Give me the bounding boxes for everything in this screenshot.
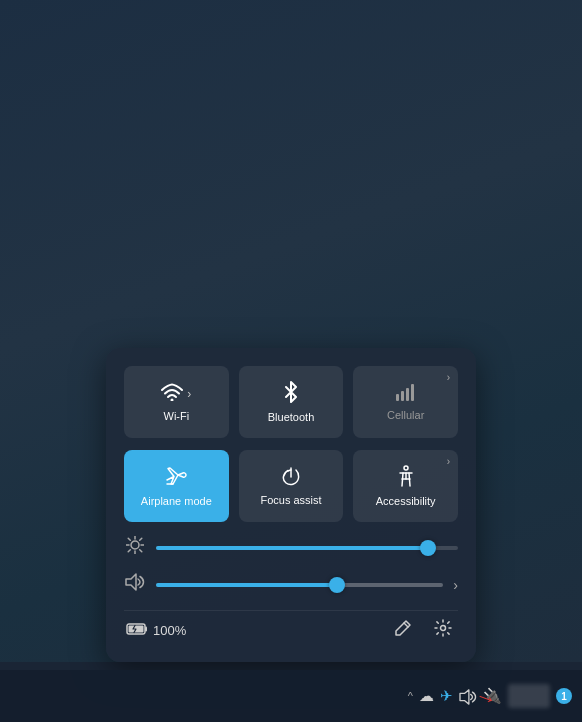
- sliders-section: ›: [124, 536, 458, 596]
- battery-icon: [126, 622, 148, 640]
- cellular-tile[interactable]: › Cellular: [353, 366, 458, 438]
- tray-airplane-icon[interactable]: ✈: [440, 687, 453, 705]
- svg-line-11: [128, 538, 130, 540]
- brightness-row: [124, 536, 458, 559]
- svg-line-13: [140, 538, 142, 540]
- cellular-icon: [395, 383, 417, 405]
- brightness-slider[interactable]: [156, 538, 458, 558]
- accessibility-label: Accessibility: [376, 495, 436, 508]
- tray-blurred-area: [508, 684, 550, 708]
- wifi-chevron: ›: [187, 387, 191, 401]
- volume-icon: [124, 573, 146, 596]
- svg-line-12: [140, 550, 142, 552]
- battery-percent: 100%: [153, 623, 186, 638]
- bluetooth-tile[interactable]: Bluetooth: [239, 366, 344, 438]
- accessibility-icon: [396, 465, 416, 491]
- accessibility-tile[interactable]: › Accessibility: [353, 450, 458, 522]
- tray-volume-icon[interactable]: →: [459, 687, 477, 705]
- cellular-label: Cellular: [387, 409, 424, 422]
- volume-arrow[interactable]: ›: [453, 577, 458, 593]
- airplane-icon: [165, 465, 187, 491]
- tray-chevron[interactable]: ^: [408, 690, 413, 702]
- svg-point-0: [171, 398, 174, 401]
- focus-tile[interactable]: Focus assist: [239, 450, 344, 522]
- bluetooth-label: Bluetooth: [268, 411, 314, 424]
- svg-marker-20: [460, 690, 469, 704]
- svg-rect-3: [406, 388, 409, 401]
- svg-point-19: [441, 626, 446, 631]
- bottom-bar: 100%: [124, 610, 458, 646]
- focus-label: Focus assist: [260, 494, 321, 507]
- wifi-label: Wi-Fi: [164, 410, 190, 423]
- volume-row: ›: [124, 573, 458, 596]
- svg-rect-2: [401, 391, 404, 401]
- volume-slider[interactable]: [156, 575, 443, 595]
- battery-info: 100%: [126, 622, 390, 640]
- svg-marker-15: [126, 574, 136, 590]
- bottom-actions: [390, 615, 456, 646]
- accessibility-chevron: ›: [447, 456, 450, 467]
- cloud-icon[interactable]: ☁: [419, 687, 434, 705]
- svg-point-5: [404, 466, 408, 470]
- svg-point-6: [131, 541, 139, 549]
- wifi-icon: [161, 383, 183, 406]
- tiles-row-1: › Wi-Fi Bluetooth ›: [124, 366, 458, 438]
- systray: ^ ☁ ✈ → 🔌 1: [408, 684, 572, 708]
- taskbar: ^ ☁ ✈ → 🔌 1: [0, 670, 582, 722]
- focus-icon: [281, 466, 301, 490]
- tiles-row-2: Airplane mode Focus assist ›: [124, 450, 458, 522]
- brightness-icon: [124, 536, 146, 559]
- edit-button[interactable]: [390, 615, 416, 646]
- cellular-chevron: ›: [447, 372, 450, 383]
- airplane-tile[interactable]: Airplane mode: [124, 450, 229, 522]
- wifi-tile[interactable]: › Wi-Fi: [124, 366, 229, 438]
- notification-badge[interactable]: 1: [556, 688, 572, 704]
- svg-rect-4: [411, 384, 414, 401]
- svg-rect-1: [396, 394, 399, 401]
- airplane-label: Airplane mode: [141, 495, 212, 508]
- settings-button[interactable]: [430, 615, 456, 646]
- svg-rect-17: [145, 626, 147, 631]
- svg-line-14: [128, 550, 130, 552]
- tray-battery-icon[interactable]: 🔌: [483, 687, 502, 705]
- bluetooth-icon: [283, 381, 299, 407]
- quick-settings-panel: › Wi-Fi Bluetooth ›: [106, 348, 476, 662]
